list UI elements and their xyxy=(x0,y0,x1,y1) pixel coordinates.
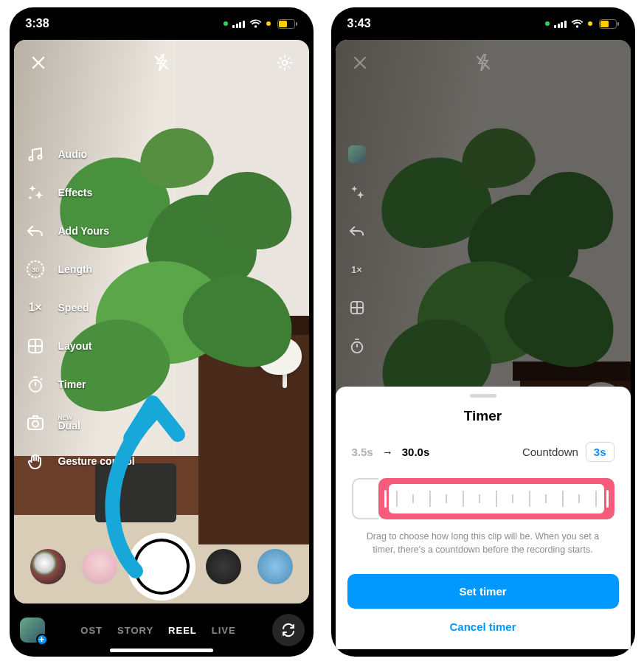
slider-right-handle[interactable] xyxy=(606,490,609,508)
arrow-right-icon: → xyxy=(382,446,393,458)
option-timer-label: Timer xyxy=(58,378,86,390)
duration-slider[interactable] xyxy=(352,478,614,519)
option-effects-label: Effects xyxy=(58,187,93,198)
countdown-label: Countdown xyxy=(522,446,578,458)
countdown-selector[interactable]: 3s xyxy=(586,442,614,462)
wifi-icon xyxy=(571,19,584,28)
layout-grid-icon xyxy=(346,297,368,319)
length-30-icon: 30 xyxy=(24,258,46,280)
status-icons xyxy=(544,19,619,29)
stopwatch-icon xyxy=(346,335,368,357)
effect-preset-1[interactable] xyxy=(30,549,66,584)
option-length-label: Length xyxy=(58,263,93,275)
gallery-button[interactable]: + xyxy=(20,618,45,643)
flash-off-button[interactable] xyxy=(472,52,494,74)
collapsed-speed[interactable]: 1× xyxy=(346,258,368,280)
hand-icon xyxy=(24,450,46,472)
option-effects[interactable]: Effects xyxy=(24,181,135,204)
sparkles-icon xyxy=(346,181,368,204)
svg-point-3 xyxy=(282,60,286,65)
home-indicator xyxy=(110,649,213,652)
option-length[interactable]: 30 Length xyxy=(24,258,135,280)
collapsed-add-yours[interactable] xyxy=(346,220,368,242)
stopwatch-icon xyxy=(24,373,46,395)
option-timer[interactable]: Timer xyxy=(24,373,135,395)
dual-camera-icon xyxy=(24,412,46,434)
speed-1x-icon: 1× xyxy=(346,258,368,280)
cellular-signal-icon xyxy=(232,20,245,28)
collapsed-timer[interactable] xyxy=(346,335,368,357)
battery-icon xyxy=(277,19,297,29)
svg-rect-14 xyxy=(617,22,619,26)
low-power-dot xyxy=(266,21,271,26)
svg-point-4 xyxy=(29,157,32,161)
status-icons xyxy=(222,19,297,29)
option-audio-label: Audio xyxy=(58,148,88,160)
status-time: 3:43 xyxy=(347,17,371,30)
settings-button[interactable] xyxy=(274,52,296,74)
slider-active-range[interactable] xyxy=(378,478,614,519)
speed-1x-icon: 1× xyxy=(24,297,46,319)
option-speed-label: Speed xyxy=(58,302,89,314)
cellular-signal-icon xyxy=(554,20,567,28)
slider-ticks xyxy=(389,484,604,513)
svg-point-11 xyxy=(32,421,38,427)
reel-options-list: Audio Effects Add Yours 30 Length 1× Spe… xyxy=(24,143,135,472)
option-layout[interactable]: Layout xyxy=(24,335,135,357)
option-dual[interactable]: NEW Dual xyxy=(24,412,135,434)
tab-story[interactable]: STORY xyxy=(117,625,153,636)
effect-preset-4[interactable] xyxy=(257,549,293,584)
option-add-yours-label: Add Yours xyxy=(58,225,110,237)
effect-preset-3[interactable] xyxy=(206,549,241,584)
svg-rect-2 xyxy=(296,22,297,26)
shutter-button[interactable] xyxy=(134,539,190,595)
set-timer-button[interactable]: Set timer xyxy=(347,574,619,609)
option-add-yours[interactable]: Add Yours xyxy=(24,220,135,242)
svg-rect-13 xyxy=(600,21,609,27)
tab-post[interactable]: OST xyxy=(80,625,103,636)
svg-text:30: 30 xyxy=(31,266,38,274)
option-layout-label: Layout xyxy=(58,340,92,352)
option-audio[interactable]: Audio xyxy=(24,143,135,165)
privacy-indicator-dot xyxy=(545,21,550,26)
status-bar: 3:43 xyxy=(331,7,635,40)
svg-rect-10 xyxy=(28,418,43,429)
bottom-spacer xyxy=(331,649,635,657)
collapsed-effects[interactable] xyxy=(346,181,368,204)
collapsed-audio-thumb[interactable] xyxy=(346,143,368,165)
slider-hint-text: Drag to choose how long this clip will b… xyxy=(347,530,619,556)
mode-tab-bar: + OST STORY REEL LIVE xyxy=(10,604,314,657)
slider-left-handle[interactable] xyxy=(384,490,387,508)
close-button[interactable] xyxy=(27,52,49,74)
low-power-dot xyxy=(588,21,592,26)
layout-grid-icon xyxy=(24,335,46,357)
tab-live[interactable]: LIVE xyxy=(212,625,236,636)
sheet-title: Timer xyxy=(347,408,619,424)
reel-options-collapsed: 1× xyxy=(346,143,368,357)
phone-right-timer-sheet: 3:43 xyxy=(331,7,635,657)
option-gesture-control[interactable]: Gesture control xyxy=(24,450,135,472)
status-time: 3:38 xyxy=(26,17,49,30)
tab-reel[interactable]: REEL xyxy=(168,625,197,636)
flip-camera-button[interactable] xyxy=(272,614,305,646)
wifi-icon xyxy=(249,19,262,28)
effect-preset-2[interactable] xyxy=(82,549,117,584)
plus-badge-icon: + xyxy=(36,634,48,646)
flash-off-button[interactable] xyxy=(150,52,173,74)
cancel-timer-button[interactable]: Cancel timer xyxy=(347,620,619,633)
option-speed[interactable]: 1× Speed xyxy=(24,297,135,319)
music-note-icon xyxy=(24,143,46,165)
sheet-grabber[interactable] xyxy=(470,394,496,398)
audio-thumbnail-icon xyxy=(348,145,366,163)
camera-bottom-controls xyxy=(14,537,309,604)
close-button[interactable] xyxy=(349,52,371,74)
clip-end-time: 30.0s xyxy=(402,446,430,458)
clip-start-time: 3.5s xyxy=(352,446,373,458)
status-bar: 3:38 xyxy=(10,7,314,40)
time-range-row: 3.5s → 30.0s Countdown 3s xyxy=(347,442,619,462)
camera-viewport: Audio Effects Add Yours 30 Length 1× Spe… xyxy=(14,40,309,604)
option-gesture-label: Gesture control xyxy=(58,455,135,467)
collapsed-layout[interactable] xyxy=(346,297,368,319)
battery-icon xyxy=(599,19,619,29)
slider-ghost-segment xyxy=(352,478,378,519)
